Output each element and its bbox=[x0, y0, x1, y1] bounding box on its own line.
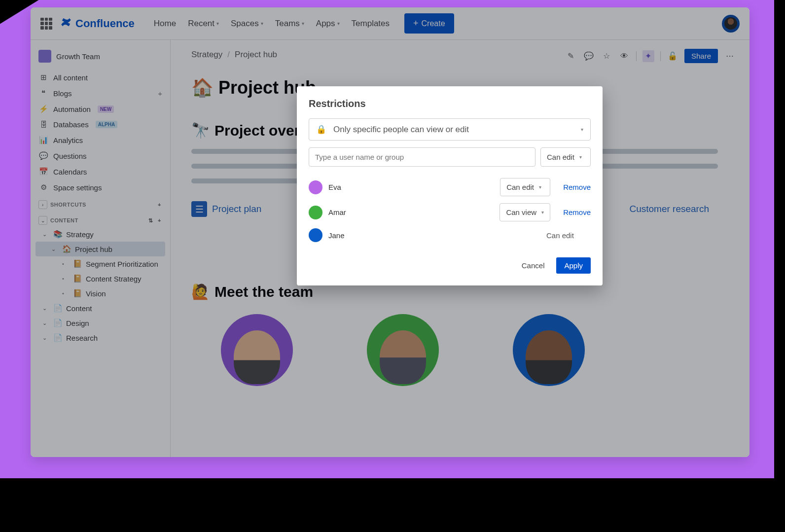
permission-select[interactable]: Can edit▾ bbox=[500, 178, 550, 196]
restriction-mode-select[interactable]: 🔒 Only specific people can view or edit … bbox=[309, 118, 591, 141]
permission-select[interactable]: Can view▾ bbox=[500, 203, 550, 221]
chevron-down-icon: ▾ bbox=[541, 210, 544, 215]
apply-button[interactable]: Apply bbox=[556, 257, 591, 274]
user-search-input[interactable] bbox=[309, 147, 535, 167]
chevron-down-icon: ▾ bbox=[579, 154, 582, 160]
permission-select[interactable]: Can edit ▾ bbox=[540, 147, 591, 167]
permission-label: Can edit bbox=[540, 231, 591, 240]
user-avatar bbox=[309, 180, 322, 194]
chevron-down-icon: ▾ bbox=[539, 184, 541, 190]
modal-title: Restrictions bbox=[309, 98, 591, 109]
remove-user-link[interactable]: Remove bbox=[563, 208, 591, 216]
user-name: Jane bbox=[328, 231, 535, 240]
chevron-down-icon: ▾ bbox=[581, 127, 583, 132]
app-window: Confluence HomeRecent▾Spaces▾Teams▾Apps▾… bbox=[31, 7, 749, 457]
user-permission-row: AmarCan view▾Remove bbox=[309, 200, 591, 225]
remove-user-link[interactable]: Remove bbox=[563, 183, 591, 191]
user-permission-row: EvaCan edit▾Remove bbox=[309, 175, 591, 200]
user-name: Eva bbox=[328, 183, 494, 191]
user-permission-row: JaneCan edit bbox=[309, 225, 591, 246]
mode-label: Only specific people can view or edit bbox=[333, 125, 469, 135]
user-avatar bbox=[309, 228, 322, 242]
user-name: Amar bbox=[328, 208, 494, 216]
lock-icon: 🔒 bbox=[316, 124, 326, 135]
cancel-button[interactable]: Cancel bbox=[517, 257, 550, 274]
restrictions-modal: Restrictions 🔒 Only specific people can … bbox=[297, 86, 603, 285]
user-avatar bbox=[309, 206, 322, 219]
